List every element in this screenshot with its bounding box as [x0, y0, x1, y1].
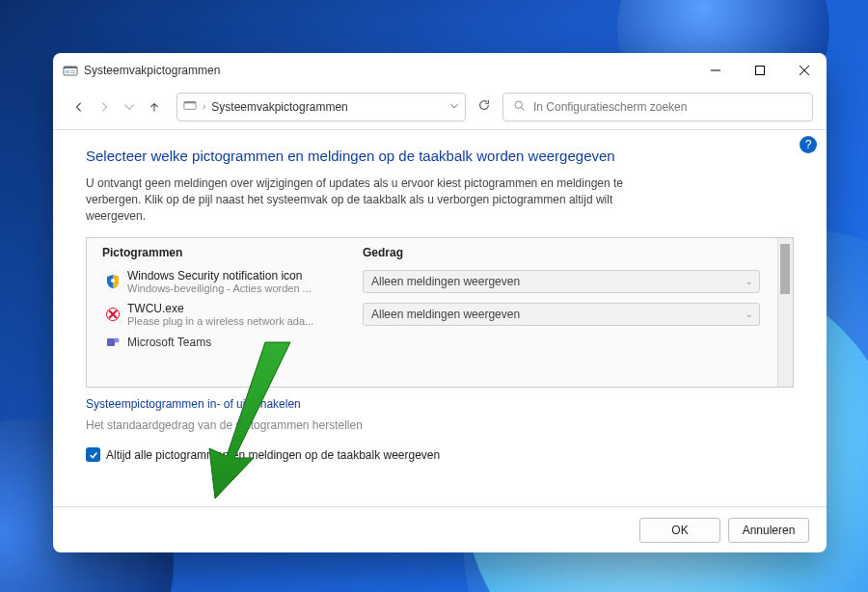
recent-dropdown[interactable] [121, 100, 138, 114]
svg-line-12 [522, 107, 525, 110]
dialog-footer: OK Annuleren [53, 506, 827, 552]
control-panel-window: Systeemvakpictogrammen [53, 53, 827, 552]
table-row: TWCU.exe Please plug in a wireless netwo… [87, 298, 775, 331]
cancel-button[interactable]: Annuleren [728, 518, 809, 543]
svg-rect-17 [107, 338, 115, 346]
behavior-value: Alleen meldingen weergeven [371, 308, 520, 321]
page-heading: Selecteer welke pictogrammen en meldinge… [86, 148, 794, 164]
svg-rect-2 [66, 70, 69, 73]
app-icon [63, 63, 78, 78]
row-title: TWCU.exe [127, 302, 363, 315]
teams-icon [102, 335, 123, 350]
up-button[interactable] [146, 100, 163, 114]
row-subtitle: Please plug in a wireless network ada... [127, 315, 363, 327]
svg-rect-4 [70, 72, 75, 73]
titlebar: Systeemvakpictogrammen [53, 53, 827, 88]
svg-rect-3 [70, 70, 75, 71]
svg-point-18 [115, 338, 120, 343]
behavior-select[interactable]: Alleen meldingen weergeven ⌄ [363, 270, 760, 293]
navigation-bar: › Systeemvakpictogrammen In Configuratie… [53, 88, 827, 130]
address-icon [183, 98, 197, 115]
behavior-value: Alleen meldingen weergeven [371, 275, 520, 288]
shield-icon [102, 274, 123, 289]
row-title: Microsoft Teams [127, 336, 363, 349]
chevron-down-icon: ⌄ [746, 309, 753, 319]
content-area: ? Selecteer welke pictogrammen en meldin… [53, 130, 827, 506]
address-chevron-icon: › [203, 101, 205, 112]
column-header-icons: Pictogrammen [102, 246, 363, 259]
forward-button[interactable] [95, 100, 113, 114]
svg-rect-6 [756, 67, 765, 75]
back-button[interactable] [70, 100, 88, 114]
always-show-checkbox[interactable] [86, 447, 100, 462]
always-show-label: Altijd alle pictogrammen en meldingen op… [106, 448, 440, 462]
close-button[interactable] [782, 55, 827, 86]
svg-rect-1 [64, 67, 77, 68]
icons-list: Pictogrammen Gedrag Windows Security not… [86, 237, 794, 388]
restore-defaults-link[interactable]: Het standaardgedrag van de pictogrammen … [86, 418, 363, 432]
refresh-button[interactable] [474, 98, 495, 116]
help-button[interactable]: ? [800, 136, 817, 153]
scrollbar-track[interactable] [777, 238, 793, 387]
search-placeholder: In Configuratiescherm zoeken [533, 100, 687, 114]
chevron-down-icon: ⌄ [746, 277, 753, 286]
window-title: Systeemvakpictogrammen [84, 64, 693, 77]
row-title: Windows Security notification icon [127, 269, 363, 283]
minimize-button[interactable] [693, 55, 738, 86]
column-header-behavior: Gedrag [363, 246, 777, 259]
svg-point-13 [111, 279, 115, 283]
breadcrumb[interactable]: Systeemvakpictogrammen [211, 100, 347, 114]
toggle-system-icons-link[interactable]: Systeempictogrammen in- of uitschakelen [86, 397, 301, 411]
table-row: Microsoft Teams [87, 331, 775, 354]
page-description: U ontvangt geen meldingen over wijziging… [86, 175, 674, 224]
network-error-icon [102, 307, 123, 322]
maximize-button[interactable] [738, 55, 782, 86]
behavior-select[interactable]: Alleen meldingen weergeven ⌄ [363, 303, 760, 326]
row-subtitle: Windows-beveiliging - Acties worden ... [127, 283, 363, 294]
search-input[interactable]: In Configuratiescherm zoeken [502, 93, 813, 121]
svg-rect-10 [184, 102, 196, 104]
ok-button[interactable]: OK [639, 518, 720, 543]
svg-point-11 [515, 101, 522, 108]
address-bar[interactable]: › Systeemvakpictogrammen [176, 93, 466, 121]
table-row: Windows Security notification icon Windo… [87, 265, 775, 298]
search-icon [513, 99, 526, 115]
scrollbar-thumb[interactable] [780, 244, 790, 294]
address-dropdown-icon[interactable] [449, 100, 459, 114]
